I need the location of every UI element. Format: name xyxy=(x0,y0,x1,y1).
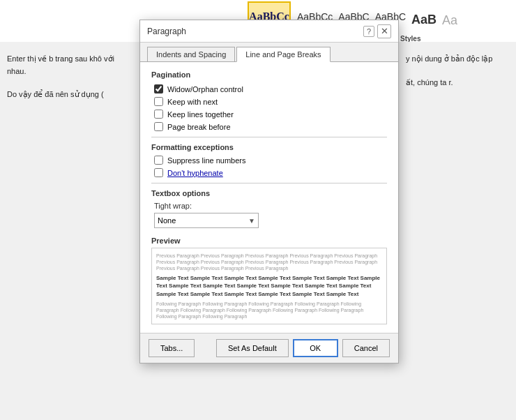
dialog-controls: ? ✕ xyxy=(363,24,391,38)
keep-lines-together-checkbox[interactable] xyxy=(154,110,163,119)
ribbon-aa[interactable]: Aa xyxy=(439,13,460,28)
dialog-title: Paragraph xyxy=(147,27,186,36)
suppress-line-numbers-label: Suppress line numbers xyxy=(167,156,246,165)
widow-orphan-label: Widow/Orphan control xyxy=(167,85,243,93)
tabs-button[interactable]: Tabs... xyxy=(149,339,195,357)
footer-right: Set As Default OK Cancel xyxy=(216,339,390,357)
doc-right-background: y nội dung ở bản độc lập ất, chúng ta r. xyxy=(399,42,516,420)
divider1 xyxy=(151,137,387,137)
keep-with-next-checkbox[interactable] xyxy=(154,97,163,106)
doc-paragraph2: Do vậy để đã nên sử dụng ( xyxy=(7,89,132,101)
keep-lines-together-row: Keep lines together xyxy=(151,110,387,119)
footer-left: Tabs... xyxy=(149,339,195,357)
dont-hyphenate-row: Don't hyphenate xyxy=(151,168,387,177)
tab-indents-spacing[interactable]: Indents and Spacing xyxy=(147,47,235,61)
ok-button[interactable]: OK xyxy=(293,339,338,357)
doc-background: Enter thị về b trang sau khô với nhau. D… xyxy=(0,42,139,420)
dialog-content: Pagination Widow/Orphan control Keep wit… xyxy=(140,62,398,333)
dialog-help-button[interactable]: ? xyxy=(363,26,374,37)
dialog-titlebar: Paragraph ? ✕ xyxy=(140,20,398,43)
doc-paragraph1: Enter thị về b trang sau khô với nhau. xyxy=(7,53,132,77)
aaB-text: AaB xyxy=(411,13,437,27)
set-as-default-button[interactable]: Set As Default xyxy=(216,339,289,357)
preview-box: Previous Paragraph Previous Paragraph Pr… xyxy=(151,248,387,324)
preview-sample-text: Sample Text Sample Text Sample Text Samp… xyxy=(156,274,382,298)
tight-wrap-value: None xyxy=(158,216,176,225)
dont-hyphenate-label: Don't hyphenate xyxy=(167,169,223,177)
select-arrow-icon: ▼ xyxy=(248,217,255,225)
formatting-section-title: Formatting exceptions xyxy=(151,143,387,151)
page-break-before-row: Page break before xyxy=(151,122,387,131)
page-break-before-checkbox[interactable] xyxy=(154,122,163,131)
widow-orphan-checkbox[interactable] xyxy=(154,84,163,93)
dialog-footer: Tabs... Set As Default OK Cancel xyxy=(140,333,398,363)
preview-section: Preview Previous Paragraph Previous Para… xyxy=(151,237,387,324)
keep-lines-together-label: Keep lines together xyxy=(167,110,234,119)
paragraph-dialog: Paragraph ? ✕ Indents and Spacing Line a… xyxy=(139,20,399,363)
tight-wrap-label: Tight wrap: xyxy=(154,202,387,210)
preview-label: Preview xyxy=(151,237,387,245)
aa-text: Aa xyxy=(442,13,457,28)
keep-with-next-label: Keep with next xyxy=(167,98,218,106)
widow-orphan-row: Widow/Orphan control xyxy=(151,84,387,93)
keep-with-next-row: Keep with next xyxy=(151,97,387,106)
textbox-section-title: Textbox options xyxy=(151,189,387,197)
preview-next-text: Following Paragraph Following Paragraph … xyxy=(156,301,382,320)
suppress-line-numbers-checkbox[interactable] xyxy=(154,156,163,165)
cancel-button[interactable]: Cancel xyxy=(342,339,390,357)
dialog-close-button[interactable]: ✕ xyxy=(377,24,391,38)
suppress-line-numbers-row: Suppress line numbers xyxy=(151,156,387,165)
divider2 xyxy=(151,183,387,183)
dialog-tabs: Indents and Spacing Line and Page Breaks xyxy=(140,43,398,62)
dont-hyphenate-checkbox[interactable] xyxy=(154,168,163,177)
tight-wrap-select-row: None ▼ xyxy=(154,213,387,228)
tight-wrap-select[interactable]: None ▼ xyxy=(154,213,259,228)
tab-line-page-breaks[interactable]: Line and Page Breaks xyxy=(236,47,330,62)
ribbon-aaB[interactable]: AaB xyxy=(409,13,439,29)
pagination-section-title: Pagination xyxy=(151,70,387,79)
preview-prev-text: Previous Paragraph Previous Paragraph Pr… xyxy=(156,253,382,271)
page-break-before-label: Page break before xyxy=(167,123,231,131)
